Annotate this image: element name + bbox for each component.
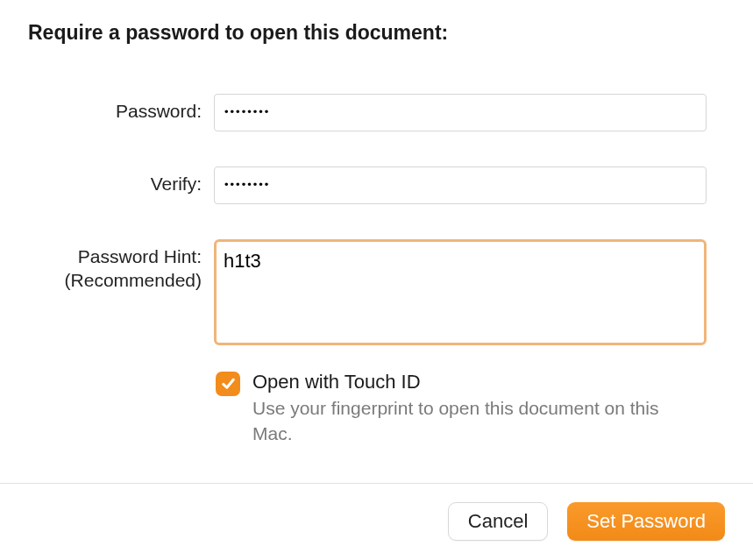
verify-row: Verify: <box>28 167 725 204</box>
button-bar: Cancel Set Password <box>448 502 725 541</box>
password-dialog: Require a password to open this document… <box>0 0 753 446</box>
verify-input[interactable] <box>214 167 707 204</box>
set-password-button[interactable]: Set Password <box>567 502 725 541</box>
hint-label: Password Hint: (Recommended) <box>28 239 214 293</box>
touchid-checkbox[interactable] <box>216 372 240 396</box>
touchid-label: Open with Touch ID <box>252 370 691 395</box>
touchid-row: Open with Touch ID Use your fingerprint … <box>216 370 707 446</box>
password-label: Password: <box>28 94 214 123</box>
divider <box>0 483 753 484</box>
touchid-text-group: Open with Touch ID Use your fingerprint … <box>252 370 691 446</box>
touchid-description: Use your fingerprint to open this docume… <box>252 396 691 446</box>
dialog-title: Require a password to open this document… <box>28 21 725 45</box>
hint-label-line2: (Recommended) <box>65 270 202 290</box>
password-row: Password: <box>28 94 725 131</box>
checkmark-icon <box>220 375 237 392</box>
password-input[interactable] <box>214 94 707 131</box>
hint-label-line1: Password Hint: <box>78 246 202 266</box>
cancel-button[interactable]: Cancel <box>448 502 548 541</box>
verify-label: Verify: <box>28 167 214 195</box>
hint-row: Password Hint: (Recommended) h1t3 <box>28 239 725 349</box>
hint-input[interactable]: h1t3 <box>214 239 707 345</box>
